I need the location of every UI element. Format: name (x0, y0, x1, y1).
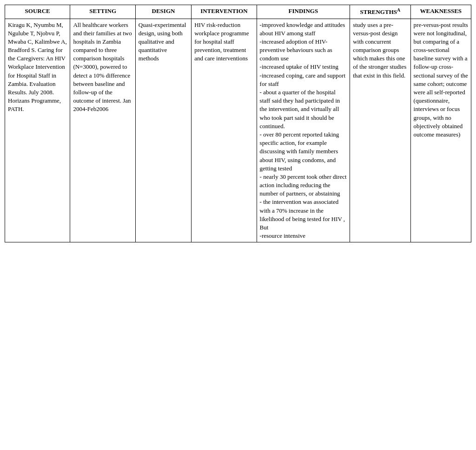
cell-strengths: study uses a pre-versus-post design with… (350, 19, 410, 242)
cell-setting: All healthcare workers and their familie… (70, 19, 135, 242)
header-findings: FINDINGS (257, 5, 350, 19)
header-source: SOURCE (5, 5, 70, 19)
header-weaknesses: WEAKNESSES (410, 5, 471, 19)
cell-weaknesses: pre-versus-post results were not longitu… (410, 19, 471, 242)
header-design: DESIGN (135, 5, 191, 19)
cell-source: Kiragu K, Nyumbu M, Ngulube T, Njobvu P,… (5, 19, 70, 242)
table-row: Kiragu K, Nyumbu M, Ngulube T, Njobvu P,… (5, 19, 471, 242)
research-table: SOURCE SETTING DESIGN INTERVENTION FINDI… (5, 5, 471, 242)
header-setting: SETTING (70, 5, 135, 19)
header-strengths: STRENGTHSa (350, 5, 410, 19)
cell-intervention: HIV risk-reduction workplace programme f… (192, 19, 257, 242)
cell-findings: -improved knowledge and attitudes about … (257, 19, 350, 242)
header-intervention: INTERVENTION (192, 5, 257, 19)
cell-design: Quasi-experimental design, using both qu… (135, 19, 191, 242)
